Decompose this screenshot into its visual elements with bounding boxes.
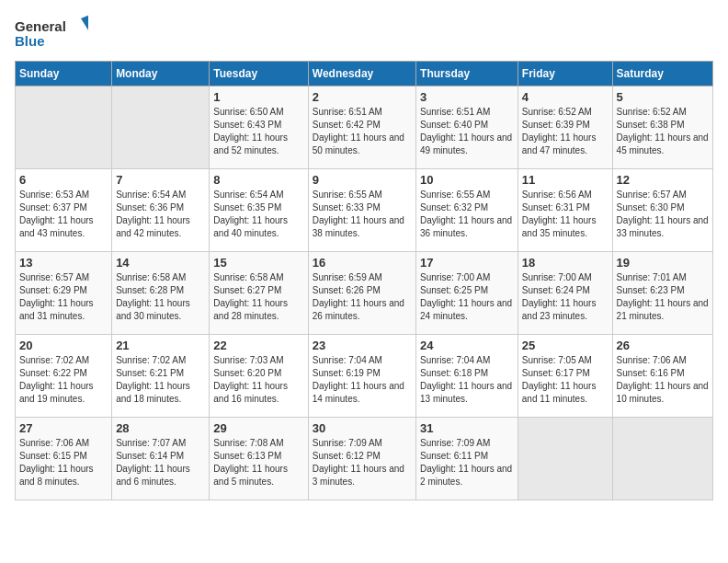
weekday-header: Thursday bbox=[416, 62, 518, 86]
day-number: 13 bbox=[19, 256, 108, 270]
day-info: Sunrise: 6:54 AMSunset: 6:35 PMDaylight:… bbox=[213, 189, 303, 240]
day-info: Sunrise: 6:50 AMSunset: 6:43 PMDaylight:… bbox=[213, 106, 303, 157]
day-number: 6 bbox=[19, 173, 108, 187]
day-number: 2 bbox=[313, 90, 412, 104]
day-info: Sunrise: 6:51 AMSunset: 6:40 PMDaylight:… bbox=[420, 106, 514, 157]
calendar-cell: 15Sunrise: 6:58 AMSunset: 6:27 PMDayligh… bbox=[210, 252, 308, 335]
calendar-cell: 21Sunrise: 7:02 AMSunset: 6:21 PMDayligh… bbox=[112, 335, 210, 418]
day-number: 8 bbox=[213, 173, 303, 187]
day-number: 9 bbox=[313, 173, 412, 187]
calendar-cell: 9Sunrise: 6:55 AMSunset: 6:33 PMDaylight… bbox=[308, 169, 415, 252]
day-info: Sunrise: 6:57 AMSunset: 6:29 PMDaylight:… bbox=[19, 271, 108, 323]
calendar-week-row: 6Sunrise: 6:53 AMSunset: 6:37 PMDaylight… bbox=[16, 169, 713, 252]
day-info: Sunrise: 6:57 AMSunset: 6:30 PMDaylight:… bbox=[617, 189, 709, 240]
calendar-cell: 1Sunrise: 6:50 AMSunset: 6:43 PMDaylight… bbox=[210, 86, 308, 169]
day-info: Sunrise: 6:58 AMSunset: 6:27 PMDaylight:… bbox=[213, 271, 303, 323]
day-number: 25 bbox=[522, 339, 609, 352]
weekday-header: Tuesday bbox=[210, 62, 308, 86]
weekday-header: Saturday bbox=[612, 62, 712, 86]
day-number: 29 bbox=[213, 421, 303, 435]
weekday-header: Wednesday bbox=[308, 62, 415, 86]
svg-text:General: General bbox=[15, 18, 66, 34]
calendar-week-row: 27Sunrise: 7:06 AMSunset: 6:15 PMDayligh… bbox=[16, 418, 713, 500]
day-info: Sunrise: 7:07 AMSunset: 6:14 PMDaylight:… bbox=[116, 437, 205, 488]
day-info: Sunrise: 7:01 AMSunset: 6:23 PMDaylight:… bbox=[617, 271, 709, 323]
calendar-cell: 17Sunrise: 7:00 AMSunset: 6:25 PMDayligh… bbox=[416, 252, 518, 335]
calendar-cell: 20Sunrise: 7:02 AMSunset: 6:22 PMDayligh… bbox=[16, 335, 112, 418]
calendar-cell: 6Sunrise: 6:53 AMSunset: 6:37 PMDaylight… bbox=[16, 169, 112, 252]
calendar-cell: 25Sunrise: 7:05 AMSunset: 6:17 PMDayligh… bbox=[518, 335, 612, 418]
day-number: 23 bbox=[313, 339, 412, 352]
svg-text:Blue: Blue bbox=[15, 33, 45, 49]
calendar-cell: 11Sunrise: 6:56 AMSunset: 6:31 PMDayligh… bbox=[518, 169, 612, 252]
calendar-cell: 18Sunrise: 7:00 AMSunset: 6:24 PMDayligh… bbox=[518, 252, 612, 335]
calendar-cell: 2Sunrise: 6:51 AMSunset: 6:42 PMDaylight… bbox=[308, 86, 415, 169]
day-number: 26 bbox=[617, 339, 709, 352]
logo: General Blue bbox=[15, 15, 88, 50]
day-number: 4 bbox=[522, 90, 609, 104]
calendar-cell bbox=[112, 86, 210, 169]
day-info: Sunrise: 7:06 AMSunset: 6:16 PMDaylight:… bbox=[617, 354, 709, 406]
page-header: General Blue bbox=[15, 15, 713, 50]
day-number: 5 bbox=[617, 90, 709, 104]
calendar-cell: 26Sunrise: 7:06 AMSunset: 6:16 PMDayligh… bbox=[612, 335, 712, 418]
day-info: Sunrise: 6:59 AMSunset: 6:26 PMDaylight:… bbox=[313, 271, 412, 323]
day-info: Sunrise: 7:08 AMSunset: 6:13 PMDaylight:… bbox=[213, 437, 303, 488]
day-number: 24 bbox=[420, 339, 514, 352]
day-number: 18 bbox=[522, 256, 609, 270]
day-info: Sunrise: 6:51 AMSunset: 6:42 PMDaylight:… bbox=[313, 106, 412, 157]
calendar-week-row: 20Sunrise: 7:02 AMSunset: 6:22 PMDayligh… bbox=[16, 335, 713, 418]
day-number: 16 bbox=[313, 256, 412, 270]
calendar-cell bbox=[612, 418, 712, 500]
calendar-cell: 7Sunrise: 6:54 AMSunset: 6:36 PMDaylight… bbox=[112, 169, 210, 252]
calendar-cell bbox=[518, 418, 612, 500]
day-number: 10 bbox=[420, 173, 514, 187]
day-number: 7 bbox=[116, 173, 205, 187]
day-info: Sunrise: 6:53 AMSunset: 6:37 PMDaylight:… bbox=[19, 189, 108, 240]
day-info: Sunrise: 6:54 AMSunset: 6:36 PMDaylight:… bbox=[116, 189, 205, 240]
day-number: 14 bbox=[116, 256, 205, 270]
calendar-cell: 16Sunrise: 6:59 AMSunset: 6:26 PMDayligh… bbox=[308, 252, 415, 335]
logo-svg: General Blue bbox=[15, 15, 88, 50]
day-info: Sunrise: 7:00 AMSunset: 6:24 PMDaylight:… bbox=[522, 271, 609, 323]
calendar-cell: 24Sunrise: 7:04 AMSunset: 6:18 PMDayligh… bbox=[416, 335, 518, 418]
day-number: 15 bbox=[213, 256, 303, 270]
day-info: Sunrise: 7:02 AMSunset: 6:21 PMDaylight:… bbox=[116, 354, 205, 406]
day-info: Sunrise: 7:09 AMSunset: 6:11 PMDaylight:… bbox=[420, 437, 514, 488]
day-info: Sunrise: 7:05 AMSunset: 6:17 PMDaylight:… bbox=[522, 354, 609, 406]
day-info: Sunrise: 7:04 AMSunset: 6:19 PMDaylight:… bbox=[313, 354, 412, 406]
calendar-cell: 12Sunrise: 6:57 AMSunset: 6:30 PMDayligh… bbox=[612, 169, 712, 252]
calendar-cell: 3Sunrise: 6:51 AMSunset: 6:40 PMDaylight… bbox=[416, 86, 518, 169]
day-info: Sunrise: 6:55 AMSunset: 6:32 PMDaylight:… bbox=[420, 189, 514, 240]
day-number: 11 bbox=[522, 173, 609, 187]
weekday-header: Monday bbox=[112, 62, 210, 86]
day-number: 17 bbox=[420, 256, 514, 270]
calendar-cell: 28Sunrise: 7:07 AMSunset: 6:14 PMDayligh… bbox=[112, 418, 210, 500]
day-number: 28 bbox=[116, 421, 205, 435]
day-info: Sunrise: 7:03 AMSunset: 6:20 PMDaylight:… bbox=[213, 354, 303, 406]
day-info: Sunrise: 7:06 AMSunset: 6:15 PMDaylight:… bbox=[19, 437, 108, 488]
weekday-header-row: SundayMondayTuesdayWednesdayThursdayFrid… bbox=[16, 62, 713, 86]
calendar-cell: 31Sunrise: 7:09 AMSunset: 6:11 PMDayligh… bbox=[416, 418, 518, 500]
day-info: Sunrise: 6:52 AMSunset: 6:38 PMDaylight:… bbox=[617, 106, 709, 157]
calendar-cell: 30Sunrise: 7:09 AMSunset: 6:12 PMDayligh… bbox=[308, 418, 415, 500]
weekday-header: Friday bbox=[518, 62, 612, 86]
calendar-week-row: 13Sunrise: 6:57 AMSunset: 6:29 PMDayligh… bbox=[16, 252, 713, 335]
calendar-cell: 14Sunrise: 6:58 AMSunset: 6:28 PMDayligh… bbox=[112, 252, 210, 335]
day-info: Sunrise: 6:52 AMSunset: 6:39 PMDaylight:… bbox=[522, 106, 609, 157]
day-number: 22 bbox=[213, 339, 303, 352]
day-number: 21 bbox=[116, 339, 205, 352]
day-number: 3 bbox=[420, 90, 514, 104]
day-info: Sunrise: 6:55 AMSunset: 6:33 PMDaylight:… bbox=[313, 189, 412, 240]
day-number: 27 bbox=[19, 421, 108, 435]
day-number: 12 bbox=[617, 173, 709, 187]
day-number: 30 bbox=[313, 421, 412, 435]
day-info: Sunrise: 7:09 AMSunset: 6:12 PMDaylight:… bbox=[313, 437, 412, 488]
calendar-cell: 29Sunrise: 7:08 AMSunset: 6:13 PMDayligh… bbox=[210, 418, 308, 500]
calendar-week-row: 1Sunrise: 6:50 AMSunset: 6:43 PMDaylight… bbox=[16, 86, 713, 169]
calendar-cell: 10Sunrise: 6:55 AMSunset: 6:32 PMDayligh… bbox=[416, 169, 518, 252]
day-number: 1 bbox=[213, 90, 303, 104]
calendar-cell: 27Sunrise: 7:06 AMSunset: 6:15 PMDayligh… bbox=[16, 418, 112, 500]
calendar-cell bbox=[16, 86, 112, 169]
calendar-cell: 19Sunrise: 7:01 AMSunset: 6:23 PMDayligh… bbox=[612, 252, 712, 335]
